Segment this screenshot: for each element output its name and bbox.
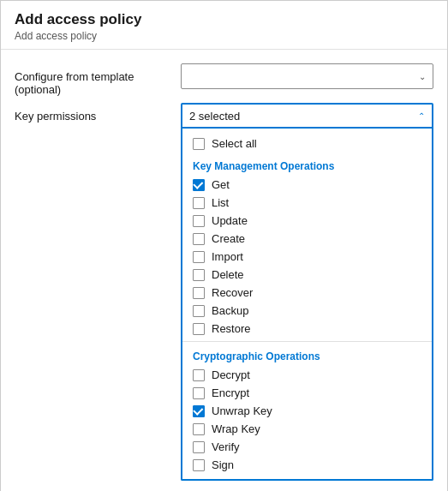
checkbox-row-encrypt[interactable]: Encrypt [182, 384, 432, 402]
key-permissions-panel: Select all Key Management Operations Get… [181, 129, 433, 481]
select-all-label: Select all [212, 137, 257, 150]
label-update: Update [212, 214, 248, 227]
secret-permissions-row: Secret permissions [1, 488, 447, 491]
key-permissions-dropdown[interactable]: 2 selected ⌃ [181, 103, 433, 129]
checkbox-update[interactable] [193, 215, 205, 227]
label-restore: Restore [212, 322, 251, 335]
checkbox-row-list[interactable]: List [182, 194, 432, 212]
label-list: List [212, 196, 229, 209]
select-all-row[interactable]: Select all [182, 134, 432, 153]
checkbox-row-recover[interactable]: Recover [182, 284, 432, 302]
checkbox-recover[interactable] [193, 287, 205, 299]
configure-template-row: Configure from template (optional) ⌄ [1, 63, 447, 96]
checkbox-row-verify[interactable]: Verify [182, 438, 432, 456]
label-sign: Sign [212, 458, 234, 471]
secret-permissions-label: Secret permissions [1, 488, 181, 491]
configure-template-dropdown[interactable]: ⌄ [181, 63, 433, 89]
checkbox-decrypt[interactable] [193, 369, 205, 381]
checkbox-row-unwrap-key[interactable]: Unwrap Key [182, 402, 432, 420]
checkbox-restore[interactable] [193, 323, 205, 335]
label-wrap-key: Wrap Key [212, 422, 260, 435]
checkbox-import[interactable] [193, 251, 205, 263]
key-permissions-row: Key permissions 2 selected ⌃ Select all … [1, 103, 447, 488]
label-delete: Delete [212, 268, 244, 281]
checkbox-verify[interactable] [193, 441, 205, 453]
panel-header: Add access policy Add access policy [1, 1, 447, 50]
label-decrypt: Decrypt [212, 368, 250, 381]
checkbox-delete[interactable] [193, 269, 205, 281]
panel-subtitle: Add access policy [15, 30, 433, 42]
label-unwrap-key: Unwrap Key [212, 404, 272, 417]
section-divider [182, 341, 432, 342]
checkbox-unwrap-key[interactable] [193, 405, 205, 417]
configure-template-arrow-icon: ⌄ [419, 72, 426, 81]
checkbox-row-import[interactable]: Import [182, 248, 432, 266]
panel-title: Add access policy [15, 11, 433, 28]
label-encrypt: Encrypt [212, 386, 249, 399]
checkbox-create[interactable] [193, 233, 205, 245]
checkbox-list[interactable] [193, 197, 205, 209]
key-permissions-label: Key permissions [1, 103, 181, 123]
checkbox-wrap-key[interactable] [193, 423, 205, 435]
label-get: Get [212, 178, 230, 191]
form-body: Configure from template (optional) ⌄ Key… [1, 63, 447, 491]
select-all-checkbox[interactable] [193, 138, 205, 150]
checkbox-row-update[interactable]: Update [182, 212, 432, 230]
checkbox-backup[interactable] [193, 305, 205, 317]
checkbox-row-backup[interactable]: Backup [182, 302, 432, 320]
configure-template-control: ⌄ [181, 63, 447, 89]
label-backup: Backup [212, 304, 248, 317]
checkbox-row-sign[interactable]: Sign [182, 456, 432, 474]
checkbox-row-decrypt[interactable]: Decrypt [182, 366, 432, 384]
key-permissions-value: 2 selected [189, 110, 240, 123]
checkbox-sign[interactable] [193, 459, 205, 471]
label-create: Create [212, 232, 245, 245]
configure-template-label: Configure from template (optional) [1, 63, 181, 96]
label-recover: Recover [212, 286, 253, 299]
cryptographic-header: Cryptographic Operations [182, 345, 432, 366]
key-permissions-control: 2 selected ⌃ Select all Key Management O… [181, 103, 447, 488]
checkbox-row-get[interactable]: Get [182, 176, 432, 194]
checkbox-get[interactable] [193, 179, 205, 191]
label-import: Import [212, 250, 243, 263]
key-management-header: Key Management Operations [182, 155, 432, 176]
checkbox-row-restore[interactable]: Restore [182, 320, 432, 338]
label-verify: Verify [212, 440, 240, 453]
checkbox-row-create[interactable]: Create [182, 230, 432, 248]
checkbox-row-wrap-key[interactable]: Wrap Key [182, 420, 432, 438]
add-access-policy-panel: Add access policy Add access policy Conf… [0, 0, 448, 491]
checkbox-row-delete[interactable]: Delete [182, 266, 432, 284]
checkbox-encrypt[interactable] [193, 387, 205, 399]
key-permissions-arrow-icon: ⌃ [418, 111, 425, 121]
